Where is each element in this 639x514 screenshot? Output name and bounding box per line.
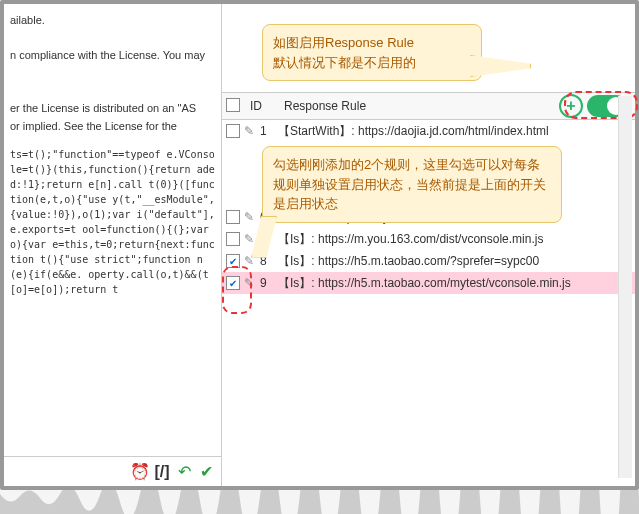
format-icon[interactable]: [/]: [153, 463, 171, 481]
table-row[interactable]: ✎1【StartWith】: https://daojia.jd.com/htm…: [222, 120, 635, 142]
row-rule-text: 【Is】: https://h5.m.taobao.com/mytest/vco…: [278, 275, 635, 292]
license-text: ailable. n compliance with the License. …: [4, 4, 221, 143]
row-checkbox[interactable]: [226, 276, 240, 290]
header-checkbox[interactable]: [226, 98, 240, 112]
right-panel: 如图启用Response Rule 默认情况下都是不启用的 勾选刚刚添加的2个规…: [222, 4, 635, 486]
left-panel: ailable. n compliance with the License. …: [4, 4, 222, 486]
edit-icon[interactable]: ✎: [244, 124, 258, 138]
table-header: ID Response Rule +: [222, 92, 635, 120]
table-row[interactable]: ✎7【Is】: https://m.you.163.com/dist/vcons…: [222, 228, 635, 250]
edit-icon[interactable]: ✎: [244, 276, 258, 290]
row-checkbox[interactable]: [226, 254, 240, 268]
table-row[interactable]: ✎8【Is】: https://h5.m.taobao.com/?sprefer…: [222, 250, 635, 272]
clock-icon[interactable]: ⏰: [131, 463, 149, 481]
row-checkbox[interactable]: [226, 232, 240, 246]
code-snippet: ts=t();"function"==typeof e.VConsole=t()…: [4, 143, 221, 456]
column-response-rule[interactable]: Response Rule: [284, 99, 559, 113]
add-rule-button[interactable]: +: [559, 94, 583, 118]
row-id: 1: [260, 124, 278, 138]
callout-checkbox-tip: 勾选刚刚添加的2个规则，这里勾选可以对每条规则单独设置启用状态，当然前提是上面的…: [262, 146, 562, 223]
edit-icon[interactable]: ✎: [244, 210, 258, 224]
undo-icon[interactable]: ↶: [175, 463, 193, 481]
table-row[interactable]: ✎9【Is】: https://h5.m.taobao.com/mytest/v…: [222, 272, 635, 294]
callout-enable-rule: 如图启用Response Rule 默认情况下都是不启用的: [262, 24, 482, 81]
row-id: 9: [260, 276, 278, 290]
vertical-scrollbar[interactable]: [618, 96, 632, 478]
column-id[interactable]: ID: [250, 99, 284, 113]
row-rule-text: 【Is】: https://h5.m.taobao.com/?sprefer=s…: [278, 253, 635, 270]
torn-edge-decoration: [0, 490, 639, 514]
row-checkbox[interactable]: [226, 210, 240, 224]
row-checkbox[interactable]: [226, 124, 240, 138]
confirm-icon[interactable]: ✔: [197, 463, 215, 481]
row-rule-text: 【Is】: https://m.you.163.com/dist/vconsol…: [278, 231, 635, 248]
row-rule-text: 【StartWith】: https://daojia.jd.com/html/…: [278, 123, 635, 140]
left-toolbar: ⏰ [/] ↶ ✔: [4, 456, 221, 486]
